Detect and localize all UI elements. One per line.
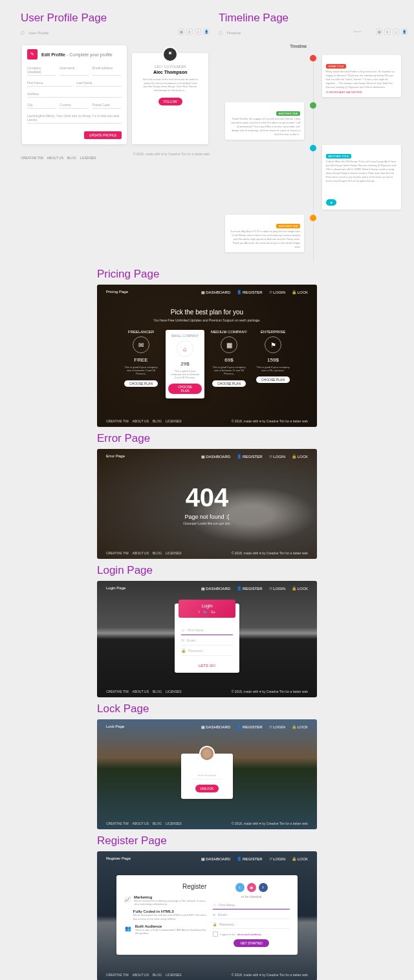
register-feature: 📈MarketingWe've created the marketing ca… <box>124 895 206 906</box>
pricing-plan: SMALL COMPANY⌂29$This is good if your co… <box>166 330 204 398</box>
nav-dashboard[interactable]: ▦ DASHBOARD <box>201 290 231 294</box>
pricing-plan: FREELANCER✉FREEThis is good if your comp… <box>122 330 160 398</box>
lock-page: Lock Page ▦ DASHBOARD👤 REGISTER☞ LOGIN🔒 … <box>97 719 317 829</box>
dribbble-icon[interactable]: ◉ <box>247 883 256 892</box>
stats-icon[interactable]: ≡ <box>186 28 193 35</box>
timeline-node <box>310 145 316 151</box>
field-email[interactable]: Email address <box>93 63 121 76</box>
register-feature: Fully Coded in HTML5We've developed the … <box>124 909 206 920</box>
field-lastname[interactable]: Last Name <box>76 78 122 87</box>
section-title-error: Error Page <box>97 432 317 445</box>
nav-register[interactable]: 👤 REGISTER <box>237 290 262 294</box>
profile-bio: Don't be scared of the truth because we … <box>137 76 203 94</box>
timeline-node <box>310 215 316 221</box>
facebook-icon[interactable]: f <box>199 610 199 614</box>
terms-checkbox[interactable]: I agree to the terms and conditions <box>213 931 290 937</box>
nav-lock[interactable]: 🔒 LOCK <box>292 290 308 294</box>
timeline-node <box>310 102 316 109</box>
user-icon[interactable]: 👤 <box>203 28 210 35</box>
timeline-card: ANOTHER ONETune into Big Boy's 92.3 I'm … <box>225 215 304 252</box>
section-title-timeline: Timeline Page <box>219 12 408 25</box>
pricing-page: Pricing Page ▦ DASHBOARD 👤 REGISTER ☞ LO… <box>97 285 317 427</box>
section-title-pricing: Pricing Page <box>97 268 317 281</box>
facebook-icon[interactable]: f <box>259 883 268 892</box>
dashboard-icon[interactable]: ▦ <box>376 28 382 35</box>
timeline-card: SOME TITLEWifey made the best Father's D… <box>322 55 401 97</box>
timeline-node <box>310 55 316 61</box>
twitter-icon[interactable]: t <box>235 883 245 892</box>
lock-name: Tania Andrew <box>186 765 228 769</box>
avatar <box>162 47 178 62</box>
notifications-icon[interactable]: ♪ <box>393 28 399 35</box>
login-title: Login <box>179 604 235 608</box>
page-brand: Register Page <box>106 856 131 861</box>
profile-role: CEO / CO-FOUNDER <box>137 65 203 69</box>
edit-icon: ✎ <box>27 49 38 60</box>
choose-plan-button[interactable]: CHOOSE PLAN <box>124 380 158 387</box>
pricing-plan: ENTERPRISE⚑159$This is good if your comp… <box>254 330 292 398</box>
choose-plan-button[interactable]: CHOOSE PLAN <box>168 384 202 394</box>
field-postal[interactable]: Postal Code <box>93 100 121 109</box>
edit-title: Edit Profile - Complete your profile <box>41 52 113 57</box>
register-field[interactable]: ☺First Name... <box>213 901 290 909</box>
profile-summary-card: CEO / CO-FOUNDER Alec Thompson Don't be … <box>132 53 208 144</box>
update-profile-button[interactable]: UPDATE PROFILE <box>84 131 122 139</box>
login-field[interactable]: ☺First Name... <box>181 626 233 635</box>
field-firstname[interactable]: First Name <box>27 78 72 87</box>
field-about[interactable]: Lamborghini Mercy, Your chick she so thi… <box>27 111 122 124</box>
stats-icon[interactable]: ≡ <box>384 28 391 35</box>
field-country[interactable]: Country <box>60 100 88 109</box>
timeline-heading: Timeline <box>225 44 401 49</box>
login-field[interactable]: ✉Email... <box>181 635 233 646</box>
nav-links: ▦ DASHBOARD 👤 REGISTER ☞ LOGIN 🔒 LOCK <box>201 290 308 294</box>
profile-name: Alec Thompson <box>137 70 203 74</box>
twitter-icon[interactable]: 🐦 <box>203 610 207 614</box>
login-field[interactable]: 🔒Password... <box>181 646 233 656</box>
user-icon[interactable]: 👤 <box>401 28 408 35</box>
toolbar: Search ▦ ≡ ♪ 👤 <box>351 28 408 35</box>
register-feature: 👥Built AudienceThere is also a Fully Cus… <box>124 924 206 935</box>
timeline-action-button[interactable]: ★ <box>326 199 336 206</box>
footer-copy: © 2018, made with ♥ by Creative Tim for … <box>133 152 210 164</box>
nav-login[interactable]: ☞ LOGIN <box>269 290 285 294</box>
unlock-button[interactable]: UNLOCK <box>195 785 219 792</box>
dashboard-icon[interactable]: ▦ <box>178 28 184 35</box>
footer-links: CREATIVE TIM ABOUT US BLOG LICENSES <box>21 152 96 164</box>
field-address[interactable]: Address <box>27 89 122 98</box>
timeline: Timeline SOME TITLEWifey made the best F… <box>219 38 408 261</box>
follow-button[interactable]: FOLLOW <box>158 98 182 105</box>
field-city[interactable]: City <box>27 100 56 109</box>
pricing-plan: MEDIUM COMPANY▦69$This is good if your c… <box>210 330 248 398</box>
timeline-card: ANOTHER ONEThank God for the support of … <box>225 102 304 140</box>
field-username[interactable]: Username <box>60 63 88 76</box>
pricing-sub: You have Free Unlimited Updates and Prem… <box>106 318 308 322</box>
login-page: Login Page ▦ DASHBOARD👤 REGISTER☞ LOGIN🔒… <box>97 581 317 697</box>
avatar <box>199 746 215 761</box>
timeline-card: ANOTHER TITLECalled I Miss the Old Kanye… <box>322 145 401 210</box>
error-page: Error Page ▦ DASHBOARD👤 REGISTER☞ LOGIN🔒… <box>97 449 317 559</box>
page-brand: Lock Page <box>106 724 124 729</box>
choose-plan-button[interactable]: CHOOSE PLAN <box>212 380 246 387</box>
register-field[interactable]: ✉Email... <box>213 911 290 919</box>
choose-plan-button[interactable]: CHOOSE PLAN <box>256 376 290 383</box>
edit-profile-card: ✎ Edit Profile - Complete your profile C… <box>22 45 127 144</box>
toolbar: ▦ ≡ ♪ 👤 <box>178 28 210 35</box>
search-input[interactable]: Search <box>351 29 374 34</box>
error-msg: Page not found :( <box>97 514 317 520</box>
google-icon[interactable]: G+ <box>211 610 215 614</box>
error-sub: Ooooups! Looks like you got lost. <box>97 521 317 525</box>
lock-card: Tania Andrew Enter Password UNLOCK <box>181 754 233 799</box>
register-field[interactable]: 🔒Password... <box>213 920 290 929</box>
page-brand: Pricing Page <box>106 290 128 294</box>
login-button[interactable]: LETS GO <box>175 661 239 673</box>
password-input[interactable]: Enter Password <box>191 772 223 779</box>
get-started-button[interactable]: GET STARTED <box>234 939 268 947</box>
section-title-profile: User Profile Page <box>21 12 210 25</box>
register-title: Register <box>124 883 206 890</box>
notifications-icon[interactable]: ♪ <box>195 28 201 35</box>
section-title-login: Login Page <box>97 564 317 577</box>
page-brand: Error Page <box>106 454 125 459</box>
login-card: Login f🐦G+ ☺First Name...✉Email...🔒Passw… <box>175 604 239 673</box>
field-company[interactable]: Company (disabled) <box>27 63 56 76</box>
register-page: Register Page ▦ DASHBOARD👤 REGISTER☞ LOG… <box>97 851 317 980</box>
